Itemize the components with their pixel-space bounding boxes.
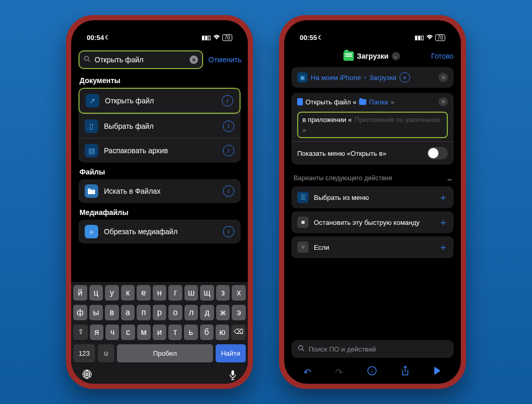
moon-icon: ☾: [318, 34, 323, 41]
key[interactable]: ж: [216, 305, 230, 320]
action-card: Открыть файл « Папка » ✕ в приложении « …: [291, 93, 454, 165]
key[interactable]: л: [184, 305, 198, 320]
document-icon: [297, 98, 303, 105]
cancel-button[interactable]: Отменить: [208, 56, 242, 64]
mic-icon[interactable]: [229, 370, 236, 383]
chevron-right-icon: ›: [364, 74, 366, 81]
info-icon[interactable]: i: [223, 145, 234, 156]
plus-icon[interactable]: ＋: [438, 216, 448, 228]
info-icon[interactable]: i: [223, 185, 234, 197]
space-key[interactable]: Пробел: [117, 344, 213, 362]
close-icon[interactable]: ✕: [438, 97, 448, 106]
info-icon[interactable]: i: [222, 95, 233, 106]
action-crop-media[interactable]: ⟐ Обрезать медиафайл i: [78, 220, 241, 244]
key[interactable]: ы: [89, 305, 103, 320]
breadcrumb[interactable]: ▣ На моем iPhone › Загрузки + ✕: [291, 67, 454, 88]
open-file-label: Открыть файл: [105, 97, 216, 105]
key[interactable]: б: [200, 325, 214, 340]
notch: [348, 25, 397, 39]
plus-icon[interactable]: ＋: [438, 241, 448, 253]
info-icon[interactable]: i: [367, 366, 377, 379]
action-unpack-archive[interactable]: ▤ Распаковать архив i: [78, 138, 241, 163]
emoji-key[interactable]: ☺: [98, 344, 114, 362]
action-text: »: [302, 126, 306, 134]
key[interactable]: я: [90, 325, 103, 340]
play-icon[interactable]: [433, 366, 442, 378]
stop-icon: ■: [297, 217, 309, 228]
share-icon[interactable]: [401, 366, 409, 379]
next-label: Если: [314, 244, 329, 251]
breadcrumb-loc1[interactable]: На моем iPhone: [311, 74, 361, 82]
action-select-file[interactable]: ▯ Выбрать файл i: [78, 114, 241, 138]
footer-search[interactable]: Поиск ПО и действий: [291, 340, 454, 358]
backspace-key[interactable]: ⌫: [231, 325, 246, 340]
key[interactable]: к: [121, 285, 135, 301]
key[interactable]: н: [153, 285, 167, 301]
action-text: в приложении «: [302, 116, 352, 124]
key[interactable]: в: [105, 305, 119, 320]
kb-row-3: ⇧ я ч с м и т ь б ю ⌫: [73, 325, 246, 340]
key[interactable]: ю: [216, 325, 229, 340]
breadcrumb-loc2[interactable]: Загрузки: [369, 74, 396, 82]
key[interactable]: з: [216, 285, 230, 301]
key[interactable]: ш: [184, 285, 198, 301]
breadcrumb-card: ▣ На моем iPhone › Загрузки + ✕: [291, 67, 454, 88]
signal-icon: ▮▮▯: [202, 34, 211, 41]
menu-icon: ☰: [297, 192, 309, 203]
next-actions-header[interactable]: Варианты следующего действия ⌄: [291, 170, 454, 186]
info-icon[interactable]: i: [223, 120, 234, 132]
content-left: ✕ Отменить Документы ↗ Открыть файл i ▯ …: [71, 48, 248, 384]
header-title[interactable]: Загрузки ⌄: [343, 51, 400, 61]
key[interactable]: г: [168, 285, 182, 301]
key[interactable]: ч: [105, 325, 119, 340]
key[interactable]: р: [153, 305, 167, 320]
shift-key[interactable]: ⇧: [73, 325, 88, 340]
key[interactable]: ц: [89, 285, 103, 301]
key[interactable]: ь: [184, 325, 197, 340]
globe-icon[interactable]: 🌐︎: [83, 370, 92, 383]
svg-point-0: [85, 57, 89, 61]
key[interactable]: ф: [73, 305, 87, 320]
action-search-files[interactable]: Искать в Файлах i: [78, 179, 241, 203]
next-choose-menu[interactable]: ☰ Выбрать из меню ＋: [291, 186, 454, 208]
folder-icon: [343, 51, 354, 61]
action-text: Открыть файл «: [305, 98, 356, 106]
key[interactable]: й: [73, 285, 87, 301]
action-open-file[interactable]: ↗ Открыть файл i: [78, 88, 241, 114]
key[interactable]: щ: [200, 285, 214, 301]
chevron-down-icon[interactable]: ⌄: [392, 52, 400, 60]
key[interactable]: д: [200, 305, 214, 320]
folder-param[interactable]: Папка: [369, 98, 388, 106]
key[interactable]: т: [168, 325, 182, 340]
search-input[interactable]: [94, 55, 187, 64]
screen-left: 00:54 ☾ ▮▮▯ 70 ✕ Отменить: [71, 20, 248, 384]
next-if[interactable]: ⑂ Если ＋: [291, 236, 454, 258]
find-key[interactable]: Найти: [216, 344, 246, 362]
plus-icon[interactable]: ＋: [438, 191, 448, 204]
crop-icon: ⟐: [85, 225, 98, 238]
close-icon[interactable]: ✕: [438, 73, 448, 82]
clear-icon[interactable]: ✕: [190, 56, 198, 64]
key[interactable]: е: [137, 285, 151, 301]
signal-icon: ▮▮▯: [415, 34, 424, 41]
key[interactable]: м: [137, 325, 151, 340]
key[interactable]: о: [168, 305, 182, 320]
key[interactable]: п: [137, 305, 151, 320]
key[interactable]: х: [232, 285, 246, 301]
key[interactable]: э: [232, 305, 246, 320]
done-button[interactable]: Готово: [431, 52, 454, 60]
key[interactable]: и: [153, 325, 166, 340]
app-param[interactable]: Приложение по умолчанию: [354, 116, 440, 124]
status-time: 00:55: [300, 34, 317, 42]
key[interactable]: а: [121, 305, 135, 320]
info-icon[interactable]: i: [223, 226, 234, 237]
chevron-down-icon[interactable]: ⌄: [445, 174, 454, 182]
next-stop[interactable]: ■ Остановить эту быструю команду ＋: [291, 211, 454, 233]
undo-icon[interactable]: ↶: [303, 367, 311, 378]
add-path-icon[interactable]: +: [400, 72, 410, 83]
key[interactable]: с: [121, 325, 135, 340]
toggle-switch[interactable]: [427, 147, 448, 159]
key[interactable]: у: [105, 285, 119, 301]
search-box[interactable]: ✕: [78, 50, 203, 69]
numeric-key[interactable]: 123: [73, 344, 95, 362]
